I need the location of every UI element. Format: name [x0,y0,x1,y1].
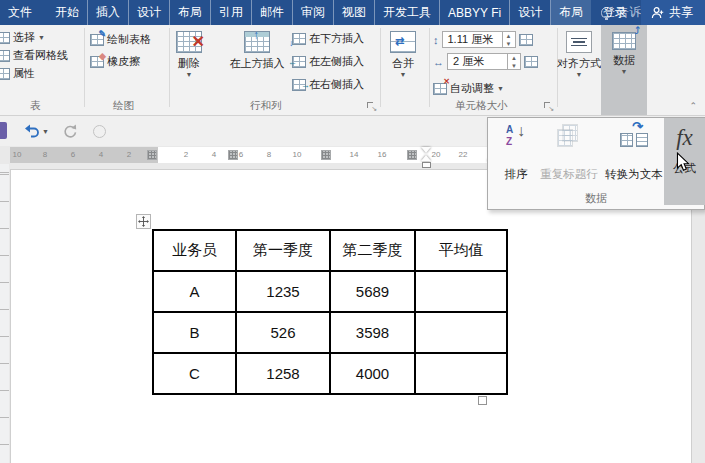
table-cell[interactable] [415,312,507,353]
eraser-button[interactable]: ◆ 橡皮擦 [90,54,140,69]
data-icon: ⤴ [612,32,636,50]
formula-fx-icon: fx [676,126,693,149]
col-width-input[interactable]: 2 厘米 ▲▼ [447,53,521,70]
tab-10[interactable]: ABBYY Fi [440,0,510,25]
delete-button[interactable]: ✕ 删除 ▼ [162,31,216,78]
convert-to-text-label: 转换为文本 [605,167,663,182]
hanging-indent-marker[interactable] [421,155,431,161]
table-resize-handle[interactable] [478,396,487,405]
insert-below-button[interactable]: ↓ 在下方插入 [292,31,364,46]
col-width-control: ↔ 2 厘米 ▲▼ [433,53,538,70]
tab-4[interactable]: 布局 [170,0,211,25]
share-button[interactable]: 共享 [641,0,705,25]
table-cell[interactable]: C [153,353,236,394]
table-cell[interactable]: 526 [236,312,330,353]
table-cell[interactable]: 3598 [330,312,415,353]
person-plus-icon [651,6,664,19]
alignment-label: 对齐方式 [557,56,601,71]
undo-icon [23,124,40,138]
ruler-column-marker[interactable] [147,150,157,160]
row-height-value: 1.11 厘米 [443,32,502,47]
undo-dropdown-icon[interactable]: ▼ [42,128,49,135]
share-label: 共享 [669,4,693,21]
cellsize-dialog-launcher[interactable] [544,102,553,111]
insert-left-label: 在左侧插入 [309,54,364,69]
group-label-cellsize: 单元格大小 [455,99,508,113]
col-width-spinner[interactable]: ▲▼ [507,54,520,70]
collapse-ribbon-icon[interactable]: ⌃ [689,101,697,111]
chevron-down-icon: ▼ [186,71,193,78]
table-cell[interactable]: 5689 [330,271,415,312]
table-move-handle[interactable] [136,214,151,229]
table-cell[interactable] [415,353,507,394]
insert-right-icon: → [292,79,306,91]
ruler-column-marker[interactable] [321,150,331,160]
ruler-number: 2 [184,150,188,159]
table-cell[interactable] [415,271,507,312]
select-button[interactable]: 选择 ▼ [2,30,45,45]
properties-button[interactable]: 属性 [2,66,35,81]
alignment-button[interactable]: 对齐方式 ▼ [551,31,607,78]
tab-5[interactable]: 引用 [211,0,252,25]
ribbon: 选择 ▼ 查看网格线 属性 表 ✎ 绘制表格 ◆ 橡皮擦 绘图 ✕ 删除 [0,25,705,116]
tab-2[interactable]: 插入 [88,0,129,25]
chevron-down-icon: ▼ [497,85,504,92]
col-width-value: 2 厘米 [448,54,507,69]
table-cell[interactable]: B [153,312,236,353]
draw-table-icon: ✎ [90,34,104,46]
distribute-cols-icon[interactable] [524,56,538,68]
insert-below-label: 在下方插入 [309,31,364,46]
tab-7[interactable]: 审阅 [293,0,334,25]
table-cell[interactable]: 1258 [236,353,330,394]
first-line-indent-marker[interactable] [421,147,431,153]
view-gridlines-button[interactable]: 查看网格线 [2,48,68,63]
table-cell[interactable]: A [153,271,236,312]
undo-button[interactable] [20,120,42,142]
merge-button[interactable]: ⇄ 合并 ▼ [378,31,428,78]
tab-0[interactable]: 文件 [0,0,47,25]
insert-right-button[interactable]: → 在右侧插入 [292,77,364,92]
row-height-input[interactable]: 1.11 厘米 ▲▼ [442,31,516,48]
row-height-spinner[interactable]: ▲▼ [502,32,515,48]
tab-3[interactable]: 设计 [129,0,170,25]
header-cell[interactable]: 平均值 [415,230,507,271]
table-row: A12355689 [153,271,507,312]
header-cell[interactable]: 第二季度 [330,230,415,271]
redo-icon [62,124,77,139]
tab-8[interactable]: 视图 [334,0,375,25]
header-cell[interactable]: 第一季度 [236,230,330,271]
data-table[interactable]: 业务员第一季度第二季度平均值A12355689B5263598C12584000 [152,229,508,395]
ruler-column-marker[interactable] [228,150,238,160]
repeat-header-icon [556,124,582,150]
autofit-button[interactable]: ✕ 自动调整 ▼ [433,81,504,96]
autofit-label: 自动调整 [450,81,494,96]
insert-left-button[interactable]: ← 在左侧插入 [292,54,364,69]
table-cell[interactable]: 1235 [236,271,330,312]
tab-12-active[interactable]: 布局 [551,0,591,25]
tab-1[interactable]: 开始 [47,0,88,25]
horizontal-ruler[interactable]: 10864224681014162022 [10,147,497,163]
data-button[interactable]: ⤴ 数据 ▼ [601,25,647,115]
tab-6[interactable]: 邮件 [252,0,293,25]
vertical-ruler[interactable] [0,164,9,463]
properties-icon [0,68,10,80]
convert-to-text-button[interactable]: ↷ 转换为文本 [601,122,667,184]
group-label-rowcol: 行和列 [250,99,282,113]
tab-9[interactable]: 开发工具 [375,0,440,25]
left-indent-marker[interactable] [422,162,431,168]
draw-table-button[interactable]: ✎ 绘制表格 [90,32,151,47]
header-cell[interactable]: 业务员 [153,230,236,271]
rowcol-dialog-launcher[interactable] [367,102,376,111]
eraser-label: 橡皮擦 [107,54,140,69]
move-icon [138,216,149,227]
insert-above-button[interactable]: ↑ 在上方插入 [228,31,286,71]
chevron-down-icon: ▼ [621,68,628,75]
save-icon[interactable] [0,122,7,139]
ruler-number: 8 [267,150,271,159]
sort-button[interactable]: AZ↓ 排序 [496,122,536,184]
ruler-column-marker[interactable] [407,150,417,160]
table-cell[interactable]: 4000 [330,353,415,394]
signin-button[interactable]: 登录 [589,4,641,21]
tab-11[interactable]: 设计 [510,0,551,25]
distribute-rows-icon[interactable] [519,34,533,46]
